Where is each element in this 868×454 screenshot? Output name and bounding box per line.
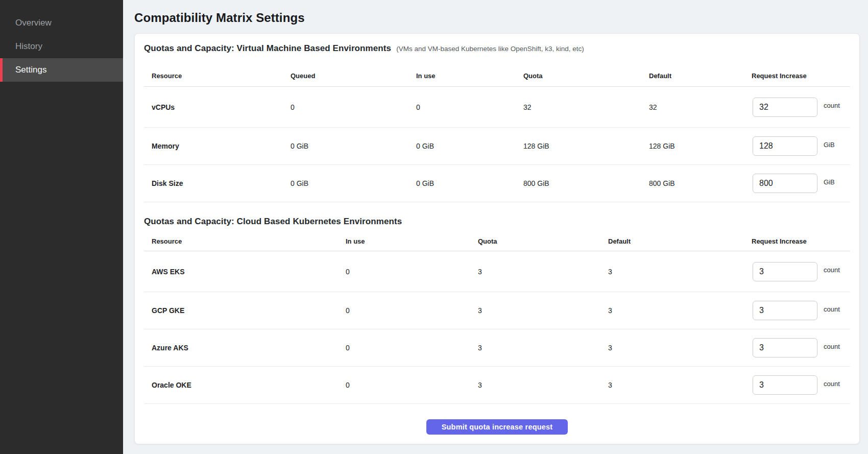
request-increase-cell: count: [752, 301, 850, 320]
column-header-queued: Queued: [291, 72, 416, 80]
request-increase-input-azure-aks[interactable]: [753, 338, 817, 357]
request-increase-input-memory[interactable]: [753, 136, 817, 156]
vm-quota-table: Resource Queued In use Quota Default Req…: [144, 57, 850, 202]
active-accent-bar: [0, 58, 3, 82]
unit-label: count: [824, 305, 840, 313]
column-header-request-increase: Request Increase: [752, 72, 850, 80]
section-heading-vm: Quotas and Capacity: Virtual Machine Bas…: [144, 40, 850, 57]
table-row-gcp-gke: GCP GKE 0 3 3 count: [144, 292, 850, 329]
unit-label: GiB: [824, 178, 835, 186]
request-increase-cell: GiB: [752, 174, 850, 193]
column-header-in-use: In use: [346, 237, 478, 245]
quota-value: 800 GiB: [523, 179, 649, 187]
sidebar-item-label: Settings: [15, 65, 46, 75]
column-header-resource: Resource: [144, 237, 346, 245]
unit-label: count: [824, 266, 840, 274]
default-value: 3: [608, 268, 752, 276]
unit-label: count: [824, 380, 840, 388]
resource-name: vCPUs: [144, 103, 291, 111]
quota-value: 32: [523, 103, 649, 111]
cloud-k8s-quota-table: Resource In use Quota Default Request In…: [144, 230, 850, 404]
sidebar-item-label: Overview: [15, 18, 52, 28]
section-title: Quotas and Capacity: Virtual Machine Bas…: [144, 43, 391, 54]
sidebar-item-label: History: [15, 41, 42, 52]
default-value: 3: [608, 381, 752, 389]
table-row-aws-eks: AWS EKS 0 3 3 count: [144, 251, 850, 292]
app-root: Overview History Settings Compatibility …: [0, 0, 868, 454]
request-increase-input-vcpus[interactable]: [753, 98, 817, 117]
quota-value: 3: [478, 344, 608, 352]
table-row-azure-aks: Azure AKS 0 3 3 count: [144, 329, 850, 367]
default-value: 128 GiB: [649, 142, 752, 150]
table-row-memory: Memory 0 GiB 0 GiB 128 GiB 128 GiB GiB: [144, 128, 850, 165]
quota-value: 3: [478, 268, 608, 276]
sidebar-item-history[interactable]: History: [0, 35, 123, 58]
unit-label: count: [824, 343, 840, 350]
section-note: (VMs and VM-based Kubernetes like OpenSh…: [396, 45, 584, 53]
resource-name: Azure AKS: [144, 344, 346, 352]
resource-name: Disk Size: [144, 179, 291, 187]
page-title: Compatibility Matrix Settings: [134, 10, 860, 26]
section-title: Quotas and Capacity: Cloud Based Kuberne…: [144, 217, 402, 227]
request-increase-cell: count: [752, 98, 850, 117]
request-increase-cell: GiB: [752, 136, 850, 156]
quota-settings-card: Quotas and Capacity: Virtual Machine Bas…: [134, 33, 860, 444]
queued-value: 0 GiB: [291, 142, 416, 150]
in-use-value: 0: [416, 103, 523, 111]
queued-value: 0: [291, 103, 416, 111]
in-use-value: 0: [346, 306, 478, 315]
column-header-default: Default: [649, 72, 752, 80]
in-use-value: 0 GiB: [416, 142, 523, 150]
column-header-quota: Quota: [523, 72, 649, 80]
in-use-value: 0 GiB: [416, 179, 523, 187]
in-use-value: 0: [346, 344, 478, 352]
unit-label: count: [824, 102, 840, 109]
column-header-default: Default: [608, 237, 752, 245]
quota-value: 3: [478, 381, 608, 389]
submit-quota-increase-button[interactable]: Submit quota increase request: [426, 419, 568, 435]
quota-value: 128 GiB: [523, 142, 649, 150]
request-increase-cell: count: [752, 338, 850, 357]
resource-name: Memory: [144, 142, 291, 150]
main-content: Compatibility Matrix Settings Quotas and…: [123, 0, 868, 454]
default-value: 3: [608, 344, 752, 352]
queued-value: 0 GiB: [291, 179, 416, 187]
section-heading-cloud-k8s: Quotas and Capacity: Cloud Based Kuberne…: [144, 213, 850, 230]
column-header-in-use: In use: [416, 72, 523, 80]
sidebar-item-overview[interactable]: Overview: [0, 11, 123, 35]
button-row: Submit quota increase request: [144, 419, 850, 435]
table-row-vcpus: vCPUs 0 0 32 32 count: [144, 87, 850, 128]
request-increase-input-disk-size[interactable]: [753, 174, 817, 193]
request-increase-input-aws-eks[interactable]: [753, 262, 817, 281]
request-increase-cell: count: [752, 262, 850, 281]
sidebar-item-settings[interactable]: Settings: [0, 58, 123, 82]
default-value: 800 GiB: [649, 179, 752, 187]
resource-name: AWS EKS: [144, 268, 346, 276]
in-use-value: 0: [346, 268, 478, 276]
in-use-value: 0: [346, 381, 478, 389]
column-header-quota: Quota: [478, 237, 608, 245]
table-header-row: Resource Queued In use Quota Default Req…: [144, 57, 850, 87]
unit-label: GiB: [824, 141, 835, 149]
quota-value: 3: [478, 306, 608, 315]
table-header-row: Resource In use Quota Default Request In…: [144, 230, 850, 251]
request-increase-cell: count: [752, 375, 850, 395]
resource-name: GCP GKE: [144, 306, 346, 315]
resource-name: Oracle OKE: [144, 381, 346, 389]
sidebar: Overview History Settings: [0, 0, 123, 454]
default-value: 3: [608, 306, 752, 315]
request-increase-input-gcp-gke[interactable]: [753, 301, 817, 320]
table-row-oracle-oke: Oracle OKE 0 3 3 count: [144, 367, 850, 404]
column-header-request-increase: Request Increase: [752, 237, 850, 245]
default-value: 32: [649, 103, 752, 111]
column-header-resource: Resource: [144, 72, 291, 80]
request-increase-input-oracle-oke[interactable]: [753, 375, 817, 395]
table-row-disk-size: Disk Size 0 GiB 0 GiB 800 GiB 800 GiB Gi…: [144, 165, 850, 202]
